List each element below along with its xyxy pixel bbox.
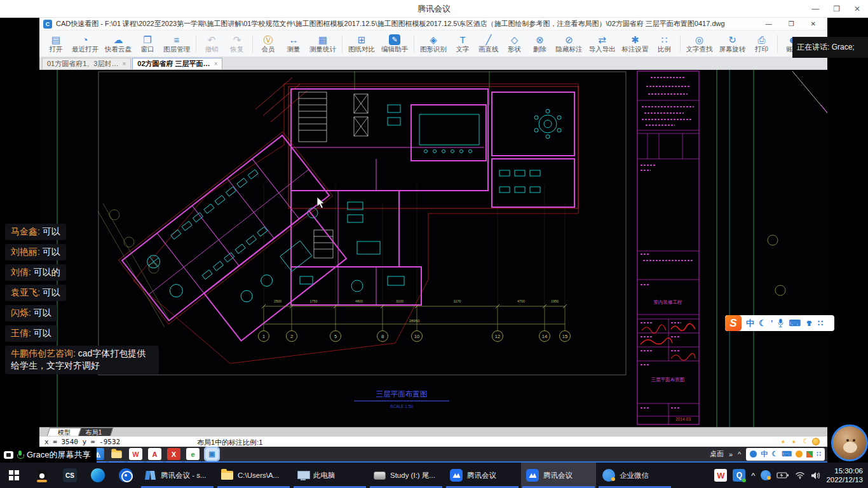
q-app-tray-icon[interactable]: Q bbox=[733, 469, 745, 482]
sogou-logo-icon[interactable]: S bbox=[725, 315, 742, 331]
toolbar-redo-button[interactable]: ↷恢复 bbox=[224, 31, 250, 57]
toolbar-layers-button[interactable]: ≡图层管理 bbox=[160, 31, 193, 57]
voice-input-icon[interactable] bbox=[777, 318, 784, 328]
taskbar-window-1[interactable]: 腾讯会议 - s... bbox=[140, 463, 215, 488]
pinned-edge-icon[interactable] bbox=[84, 463, 112, 488]
taskbar-window-6[interactable]: 腾讯会议 bbox=[521, 463, 596, 488]
plugin-icon[interactable] bbox=[806, 451, 813, 458]
keyboard-icon[interactable]: ⌨ bbox=[789, 318, 801, 328]
toolbar-annoset-button[interactable]: ✱标注设置 bbox=[619, 31, 652, 57]
shared-app-cad-icon[interactable]: ▣ bbox=[205, 448, 219, 460]
sheet-tab-模型[interactable]: 模型 bbox=[47, 428, 81, 436]
erase-icon: ⊗ bbox=[536, 34, 544, 45]
toolbar-measure-button[interactable]: ↔测量 bbox=[281, 31, 306, 57]
cad-close-button[interactable]: ✕ bbox=[811, 20, 816, 27]
shared-ime-moon-icon[interactable]: ☾ bbox=[771, 450, 778, 458]
battery-icon[interactable] bbox=[776, 471, 789, 479]
desktop-toolbar-more[interactable]: » bbox=[729, 451, 733, 458]
shared-app-ie-icon[interactable]: e bbox=[186, 448, 200, 460]
emoji-icon[interactable] bbox=[796, 451, 803, 458]
shared-app-wps-icon[interactable]: W bbox=[129, 448, 142, 460]
desktop-toolbar-label[interactable]: 桌面 bbox=[710, 449, 724, 459]
toolbar-rotate-button[interactable]: ↻屏幕旋转 bbox=[716, 31, 749, 57]
right-fragments bbox=[768, 71, 827, 295]
cad-minimize-button[interactable]: — bbox=[766, 20, 772, 27]
toolbar-separator bbox=[252, 35, 253, 53]
taskbar-window-5[interactable]: 腾讯会议 bbox=[445, 463, 520, 488]
toolbar-impexp-button[interactable]: ⇄导入导出 bbox=[586, 31, 619, 57]
taskbar-window-7[interactable]: 企业微信 bbox=[597, 463, 672, 488]
shared-ime-keyboard-icon[interactable]: ⌨ bbox=[782, 450, 792, 458]
wifi-icon[interactable] bbox=[795, 471, 805, 479]
pinned-cs-icon[interactable]: CS bbox=[56, 463, 84, 488]
doc-tab-close-icon[interactable]: × bbox=[214, 60, 218, 67]
shared-ime-grid-icon[interactable]: ∷ bbox=[817, 450, 821, 458]
pinned-player-icon[interactable] bbox=[112, 463, 140, 488]
stairs-elevators bbox=[299, 92, 368, 258]
taskbar-window-4[interactable]: Study (I:) 尾... bbox=[369, 463, 444, 488]
toolbar-line-button[interactable]: ╱画直线 bbox=[475, 31, 502, 57]
toolbar-compare-button[interactable]: ⊞图纸对比 bbox=[345, 31, 378, 57]
shared-app-a-app-icon[interactable]: A bbox=[148, 448, 161, 460]
toolbar-window-button[interactable]: ❐窗口 bbox=[135, 31, 160, 57]
doc-tab-2[interactable]: 02方圆省府 三层平面…× bbox=[132, 58, 222, 69]
toolbar-edit-button[interactable]: ✎编辑助手 bbox=[378, 31, 411, 57]
toolbar-open-button[interactable]: ▤打开 bbox=[43, 31, 69, 57]
meeting-close-button[interactable]: ✕ bbox=[854, 4, 860, 13]
toolbar-erase-button[interactable]: ⊗删除 bbox=[527, 31, 553, 57]
volume-icon[interactable] bbox=[811, 471, 820, 480]
pinned-qq-icon[interactable] bbox=[28, 463, 56, 488]
svg-text:2500: 2500 bbox=[274, 299, 281, 303]
toolbox-grid-icon[interactable]: ∷ bbox=[818, 318, 823, 328]
toolbar-measure-label: 测量 bbox=[287, 45, 301, 53]
taskbar-clock[interactable]: 15:30:06 2022/12/13 bbox=[826, 466, 863, 484]
shared-ime-bar[interactable]: 中 ☾ ⌨ ∷ bbox=[746, 448, 825, 461]
shared-ime-language[interactable]: 中 bbox=[761, 449, 768, 459]
toolbar-shape-button[interactable]: ◇形状 bbox=[502, 31, 527, 57]
punctuation-icon[interactable]: ’ bbox=[771, 318, 773, 328]
chat-sender-name: 袁亚飞: bbox=[11, 287, 43, 297]
shared-tray-expand[interactable]: ^ bbox=[738, 451, 741, 458]
toolbar-recognize-button[interactable]: ◈图形识别 bbox=[417, 31, 450, 57]
toolbar-recent-button[interactable]: ◔最近打开 bbox=[69, 31, 102, 57]
svg-text:4800: 4800 bbox=[355, 299, 363, 303]
meeting-restore-button[interactable]: ❐ bbox=[833, 4, 840, 13]
doc-tab-close-icon[interactable]: × bbox=[122, 60, 126, 67]
toolbar-findtext-button[interactable]: ◎文字查找 bbox=[683, 31, 716, 57]
participant-video-bubble[interactable] bbox=[831, 424, 868, 461]
sheet-tabbar: 模型布局1 bbox=[39, 427, 827, 436]
shared-app-folder-icon[interactable] bbox=[110, 448, 123, 460]
tray-expand-arrow[interactable]: ^ bbox=[751, 471, 755, 480]
ime-toolbar[interactable]: S 中 ☾ ’ ⌨ ∷ bbox=[725, 315, 834, 331]
cad-window-title: CAD快速看图 - F:\01 课程\2022至2023第一学期\施工图讲解\0… bbox=[56, 19, 759, 29]
toolbar-cloud-button[interactable]: ☁快看云盘 bbox=[102, 31, 135, 57]
start-button[interactable] bbox=[0, 463, 28, 488]
cad-titlebar[interactable]: C CAD快速看图 - F:\01 课程\2022至2023第一学期\施工图讲解… bbox=[39, 18, 827, 30]
toolbar-undo-button[interactable]: ↶撤销 bbox=[199, 31, 224, 57]
toolbar-text-button[interactable]: T文字 bbox=[450, 31, 475, 57]
sheet-tab-label: 模型 bbox=[58, 428, 71, 437]
books-icon bbox=[145, 470, 156, 480]
doc-tab-1[interactable]: 01方圆省府1、3层封…× bbox=[42, 58, 131, 69]
ime-language-toggle[interactable]: 中 bbox=[746, 318, 754, 329]
toolbar-stats-button[interactable]: ▦测量统计 bbox=[306, 31, 339, 57]
toolbar-print-button[interactable]: ⎙打印 bbox=[749, 31, 775, 57]
taskbar-window-2[interactable]: C:\Users\A... bbox=[216, 463, 291, 488]
smiley-icon[interactable] bbox=[812, 438, 820, 445]
shared-app-x-app-icon[interactable]: X bbox=[167, 448, 180, 460]
doc-tab-label: 01方圆省府1、3层封… bbox=[47, 59, 118, 69]
skin-icon[interactable] bbox=[805, 320, 813, 327]
svg-text:28950: 28950 bbox=[409, 319, 420, 323]
toolbar-text-label: 文字 bbox=[456, 45, 470, 53]
chat-message: 马金鑫: 可以 bbox=[5, 224, 66, 240]
wecom-tray-icon[interactable] bbox=[761, 470, 771, 480]
night-mode-icon[interactable]: ☾ bbox=[759, 318, 766, 328]
wps-tray-icon[interactable]: W bbox=[714, 469, 727, 482]
toolbar-vip-button[interactable]: Ⓥ会员 bbox=[255, 31, 281, 57]
meeting-minimize-button[interactable]: — bbox=[811, 4, 819, 13]
star-moon-icons[interactable]: ★ ★ ☾ bbox=[781, 437, 808, 445]
taskbar-window-3[interactable]: 此电脑 bbox=[292, 463, 367, 488]
toolbar-hideanno-button[interactable]: ⊘隐藏标注 bbox=[553, 31, 586, 57]
toolbar-ratio-button[interactable]: ∷比例 bbox=[652, 31, 677, 57]
cad-restore-button[interactable]: ❐ bbox=[789, 20, 794, 27]
